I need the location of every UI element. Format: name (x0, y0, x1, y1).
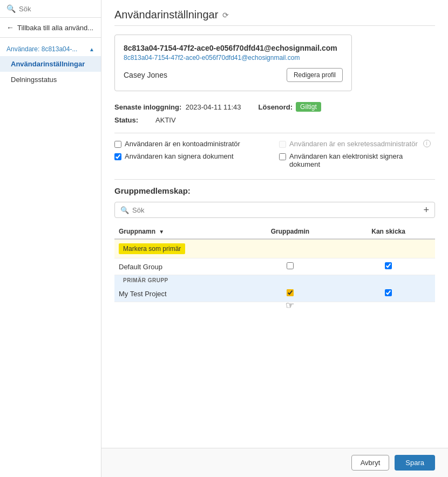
user-name: Casey Jones (124, 71, 167, 79)
group-admin-cell (239, 258, 342, 275)
search-icon: 🔍 (6, 4, 16, 13)
user-card: 8c813a04-7154-47f2-ace0-e056f70dfd41@ech… (114, 35, 352, 91)
password-status-badge: Giltigt (296, 102, 321, 112)
checkbox-account-admin: Användaren är en kontoadministratör (114, 140, 270, 148)
info-icon: i (423, 140, 431, 147)
footer: Avbryt Spara (101, 448, 448, 477)
cursor-hand-icon: ☞ (286, 299, 294, 311)
sidebar-nav-item-sharing-status[interactable]: Delningsstatus (0, 72, 101, 87)
primary-label-row: PRIMÄR GRUPP (114, 275, 435, 286)
divider-2 (114, 179, 435, 180)
mark-primary-button[interactable]: Markera som primär (119, 243, 185, 254)
page-title: Användarinställningar (114, 9, 218, 21)
col-can-send: Kan skicka (342, 224, 435, 239)
group-search-icon: 🔍 (120, 206, 129, 214)
can-sign-label: Användaren kan signera dokument (125, 152, 234, 160)
group-name-cell: My Test Project (114, 285, 239, 302)
status-row: Status: AKTIV (114, 116, 435, 124)
checkbox-secretary-admin: Användaren är en sekretessadministratör … (279, 140, 435, 148)
sidebar-user-section: Användare: 8c813a04-... ▲ Användarinstäl… (0, 38, 101, 92)
sidebar: 🔍 ← Tillbaka till alla använd... Använda… (0, 0, 101, 477)
user-card-bottom: Casey Jones Redigera profil (124, 68, 343, 82)
main-content: Användarinställningar ⟳ 8c813a04-7154-47… (101, 0, 448, 448)
sidebar-nav-item-user-settings[interactable]: Användarinställningar (0, 56, 101, 72)
sidebar-search-input[interactable] (19, 5, 94, 13)
table-header-row: Gruppnamn ▼ Gruppadmin Kan skicka (114, 224, 435, 239)
test-project-admin-checkbox[interactable] (287, 289, 294, 296)
e-sign-checkbox[interactable] (279, 153, 286, 160)
checkbox-e-sign: Användaren kan elektroniskt signera doku… (279, 152, 435, 168)
account-admin-checkbox[interactable] (114, 141, 121, 148)
back-arrow-icon: ← (6, 23, 14, 32)
group-name-cell: Default Group (114, 258, 239, 275)
test-project-send-checkbox[interactable] (385, 289, 392, 296)
page-title-row: Användarinställningar ⟳ (114, 9, 435, 26)
group-membership-title: Gruppmedlemskap: (114, 186, 435, 195)
secretary-admin-label: Användaren är en sekretessadministratör (289, 140, 418, 148)
can-send-cell (342, 285, 435, 302)
cancel-button[interactable]: Avbryt (351, 455, 390, 471)
last-login-label: Senaste inloggning: 2023-04-11 11:43 (114, 103, 241, 111)
table-row: My Test Project ☞ (114, 285, 435, 302)
group-search-row: 🔍 + (114, 202, 435, 218)
group-admin-cell: ☞ (239, 285, 342, 302)
mark-primary-cell: Markera som primär (114, 239, 435, 258)
sidebar-search-row: 🔍 (0, 0, 101, 18)
refresh-icon[interactable]: ⟳ (222, 11, 229, 19)
sort-icon: ▼ (159, 229, 164, 235)
back-button[interactable]: ← Tillbaka till alla använd... (0, 18, 101, 38)
can-send-cell (342, 258, 435, 275)
divider-1 (114, 133, 435, 133)
user-email-id: 8c813a04-7154-47f2-ace0-e056f70dfd41@ech… (124, 44, 343, 52)
secretary-admin-checkbox[interactable] (279, 141, 286, 148)
mark-primary-row: Markera som primär (114, 239, 435, 258)
edit-profile-button[interactable]: Redigera profil (287, 68, 343, 82)
back-label: Tillbaka till alla använd... (17, 24, 93, 32)
default-group-admin-checkbox[interactable] (287, 262, 294, 269)
info-row-login: Senaste inloggning: 2023-04-11 11:43 Lös… (114, 102, 435, 112)
chevron-up-icon: ▲ (89, 46, 94, 52)
sidebar-user-label: Användare: 8c813a04-... (6, 45, 77, 53)
col-group-name[interactable]: Gruppnamn ▼ (114, 224, 239, 239)
group-membership-section: Gruppmedlemskap: 🔍 + Gruppnamn ▼ (114, 186, 435, 302)
user-email-link[interactable]: 8c813a04-7154-47f2-ace0-e056f70dfd41@ech… (124, 54, 300, 62)
sidebar-user-header[interactable]: Användare: 8c813a04-... ▲ (0, 42, 101, 56)
table-row: Default Group (114, 258, 435, 275)
group-table: Gruppnamn ▼ Gruppadmin Kan skicka (114, 224, 435, 302)
checkboxes-grid: Användaren är en kontoadministratör Anvä… (114, 140, 435, 168)
account-admin-label: Användaren är en kontoadministratör (125, 140, 240, 148)
main-panel: Användarinställningar ⟳ 8c813a04-7154-47… (101, 0, 448, 477)
primary-label: PRIMÄR GRUPP (119, 276, 431, 284)
default-group-send-checkbox[interactable] (385, 262, 392, 269)
checkbox-can-sign: Användaren kan signera dokument (114, 152, 270, 168)
add-group-button[interactable]: + (423, 205, 429, 215)
group-search-inner: 🔍 (120, 206, 423, 214)
e-sign-label: Användaren kan elektroniskt signera doku… (289, 152, 435, 168)
can-sign-checkbox[interactable] (114, 153, 121, 160)
save-button[interactable]: Spara (395, 455, 435, 471)
col-group-admin: Gruppadmin (239, 224, 342, 239)
password-row: Lösenord: Giltigt (259, 102, 321, 112)
group-search-input[interactable] (132, 206, 423, 214)
